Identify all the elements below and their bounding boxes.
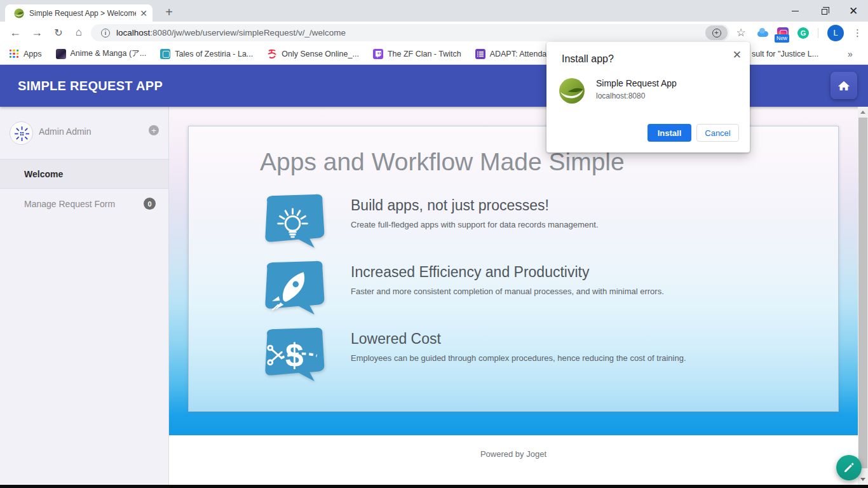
bookmark-zestiria[interactable]: Tales of Zestiria - La... [160,49,253,59]
install-omnibox-icon[interactable]: + [705,25,728,40]
bookmark-label: Anime & Manga (ア... [71,48,147,59]
window-controls: ✕ [780,0,868,22]
feature-title: Lowered Cost [351,330,686,348]
url-text: localhost:8080/jw/web/userview/simpleReq… [116,28,346,37]
close-tab-icon[interactable]: ✕ [140,9,147,18]
welcome-panel: Apps and Workflow Made Simple Build apps… [188,126,839,412]
twitch-favicon [373,49,383,59]
sidebar: Admin Admin + Welcome Manage Request For… [0,107,169,485]
feature-title: Build apps, not just processes! [351,197,599,214]
tab-title: Simple Request App > Welcome [29,9,136,18]
home-icon [837,79,851,93]
new-badge: New [775,34,789,42]
dialog-app-name: Simple Request App [596,78,677,88]
sidebar-profile: Admin Admin + [0,107,168,159]
close-window-button[interactable]: ✕ [839,0,868,22]
apps-grid-icon [9,49,19,59]
taskbar-edge [0,485,868,488]
tab-strip: Simple Request App > Welcome ✕ + ✕ [0,0,868,22]
bookmark-onlysense[interactable]: Only Sense Online_... [267,49,359,59]
bookmark-label: Apps [24,50,42,58]
bookmarks-overflow-chevron[interactable]: » [848,43,853,64]
dialog-close-icon[interactable]: ✕ [733,48,742,62]
back-icon[interactable]: ← [5,22,25,43]
feature-text: Increased Efficiency and Productivity Fa… [351,260,664,316]
bookmark-clipped[interactable]: sult for "Justice L... [752,43,818,64]
rocket-icon [260,260,327,316]
scrollbar-thumb[interactable] [858,118,867,468]
feature-row: $ Lowered Cost Employees can be guided t… [260,327,838,383]
joget-logo [559,78,585,104]
scroll-down-arrow[interactable] [860,478,865,481]
feature-row: Increased Efficiency and Productivity Fa… [260,260,838,316]
dialog-title: Install app? [562,53,614,65]
feature-description: Employees can be guided through complex … [351,353,686,363]
onlysense-favicon [267,49,277,59]
avatar[interactable] [10,121,33,145]
new-tab-button[interactable]: + [160,3,178,21]
feature-text: Build apps, not just processes! Create f… [351,193,599,249]
joget-favicon [14,8,24,18]
restore-button[interactable] [810,0,839,22]
bookmark-anime[interactable]: Anime & Manga (ア... [56,48,147,59]
toolbar-separator [818,28,818,38]
browser-tab[interactable]: Simple Request App > Welcome ✕ [5,4,153,22]
dialog-app-origin: localhost:8080 [596,92,645,100]
install-button[interactable]: Install [648,124,691,142]
feature-title: Increased Efficiency and Productivity [351,264,664,281]
header-home-button[interactable] [831,72,857,99]
install-dialog: Install app? ✕ Simple Request App localh… [546,42,750,152]
bookmark-label: Tales of Zestiria - La... [175,50,253,58]
bookmark-twitch[interactable]: The ZF Clan - Twitch [373,49,461,59]
feature-text: Lowered Cost Employees can be guided thr… [351,327,686,383]
main-content: Apps and Workflow Made Simple Build apps… [169,107,858,435]
bookmark-star-icon[interactable]: ☆ [733,24,749,41]
reload-icon[interactable]: ↻ [48,22,69,43]
pencil-icon [843,461,855,474]
sidebar-item-welcome[interactable]: Welcome [0,159,168,189]
grammarly-extension-icon[interactable]: G [797,27,809,39]
cancel-button[interactable]: Cancel [696,124,739,142]
page-footer: Powered by Joget [169,435,858,485]
url-bar[interactable]: i localhost:8080/jw/web/userview/simpleR… [91,24,729,41]
minimize-button[interactable] [780,0,810,22]
menu-label: Welcome [24,169,63,179]
menu-label: Manage Request Form [24,199,115,209]
user-name: Admin Admin [39,126,91,137]
bookmark-label: The ZF Clan - Twitch [388,50,461,58]
feature-description: Create full-fledged apps with support fo… [351,220,599,229]
sidebar-menu: Welcome Manage Request Form 0 [0,159,168,219]
powered-by-text: Powered by Joget [480,449,546,459]
app-title: SIMPLE REQUEST APP [18,79,163,93]
forward-icon[interactable]: → [27,22,47,43]
feature-description: Faster and more consistent completion of… [351,287,664,296]
bookmark-apps[interactable]: Apps [9,49,42,59]
zestiria-favicon [160,49,170,59]
adapt-favicon [475,49,485,59]
screen: Simple Request App > Welcome ✕ + ✕ ← → ↻… [0,0,868,488]
info-icon[interactable]: i [101,29,110,37]
anime-favicon [56,49,66,59]
onedrive-extension-icon[interactable] [757,31,768,37]
feature-row: Build apps, not just processes! Create f… [260,193,838,249]
cost-cut-icon: $ [260,327,327,383]
extensions-area: New G L ⋮ [757,24,862,41]
lightbulb-icon [260,193,327,249]
menu-dots-icon[interactable]: ⋮ [853,27,862,39]
sidebar-item-manage-request-form[interactable]: Manage Request Form 0 [0,189,168,219]
profile-avatar[interactable]: L [827,25,844,41]
scroll-up-arrow[interactable] [860,111,865,114]
bookmark-label: Only Sense Online_... [281,50,359,58]
instagram-extension-icon[interactable]: New [777,27,789,39]
avatar-pattern-icon [13,125,30,142]
scrollbar[interactable] [858,107,868,485]
add-icon[interactable]: + [149,125,159,135]
count-badge: 0 [144,198,156,210]
home-icon[interactable]: ⌂ [69,22,89,43]
edit-fab-button[interactable] [836,455,862,480]
